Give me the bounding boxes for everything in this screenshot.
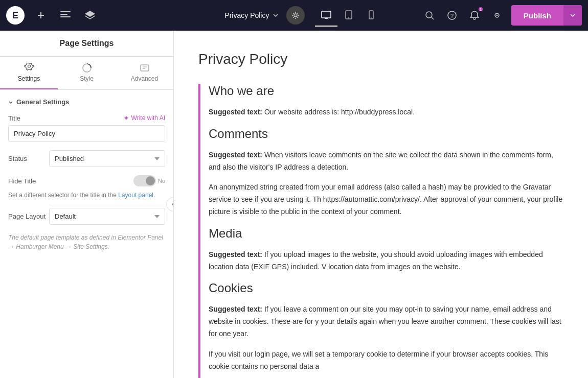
svg-point-10 [348, 17, 349, 18]
search-button[interactable] [421, 7, 438, 23]
svg-rect-21 [141, 65, 149, 71]
svg-rect-2 [60, 11, 71, 12]
svg-point-13 [426, 12, 432, 18]
section-paragraph-1-0: Suggested text: When visitors leave comm… [209, 149, 563, 174]
status-select[interactable]: Published Draft Private [49, 150, 165, 167]
ai-write-button[interactable]: ✦ Write with AI [123, 114, 165, 122]
hide-title-hint: Set a different selector for the title i… [8, 191, 165, 200]
svg-rect-3 [60, 14, 67, 15]
svg-line-14 [432, 17, 434, 19]
page-name-dropdown[interactable]: Privacy Policy [218, 7, 284, 23]
navigator-button[interactable] [57, 7, 74, 23]
panel-header: Page Settings [0, 31, 173, 57]
top-bar-center: Privacy Policy [180, 4, 421, 27]
svg-text:?: ? [450, 13, 454, 19]
page-settings-gear-button[interactable] [286, 6, 305, 25]
elementor-logo[interactable]: E [6, 6, 25, 25]
layout-hint-text: The default page template as defined in … [8, 233, 165, 251]
add-element-button[interactable] [33, 7, 49, 23]
section-heading-3: Cookies [209, 281, 563, 295]
section-heading-1: Comments [209, 127, 563, 141]
page-layout-label: Page Layout [8, 212, 49, 220]
status-label: Status [8, 155, 49, 162]
left-panel: Page Settings Settings Style Advanced Ge… [0, 31, 174, 378]
svg-rect-4 [60, 16, 71, 17]
notifications-button[interactable]: 1 [466, 7, 483, 23]
top-bar-right: ? 1 Publish [421, 5, 582, 26]
toggle-knob [146, 176, 155, 185]
section-paragraph-0-0: Suggested text: Our website address is: … [209, 106, 563, 119]
section-paragraph-3-0: Suggested text: If you leave a comment o… [209, 303, 563, 340]
publish-dropdown-button[interactable] [563, 5, 582, 26]
tablet-view-button[interactable] [337, 4, 360, 27]
view-buttons [315, 4, 382, 27]
mobile-view-button[interactable] [360, 4, 382, 27]
tab-settings[interactable]: Settings [0, 57, 58, 89]
section-heading-0: Who we are [209, 84, 563, 98]
layout-panel-link[interactable]: Layout panel [118, 192, 153, 199]
hide-title-label: Hide Title [8, 177, 49, 185]
top-bar-left: E [6, 6, 180, 25]
status-row: Status Published Draft Private [8, 150, 165, 167]
title-row: Title ✦ Write with AI [8, 114, 165, 122]
section-paragraph-1-1: An anonymized string created from your e… [209, 181, 563, 218]
panel-tabs: Settings Style Advanced [0, 57, 173, 90]
page-content-title: Privacy Policy [198, 51, 563, 67]
publish-button-group: Publish [511, 5, 582, 26]
toggle-state-label: No [158, 178, 165, 184]
title-label: Title [8, 114, 49, 122]
svg-point-19 [28, 65, 30, 67]
content-area: Privacy Policy Who we are Suggested text… [174, 31, 588, 378]
publish-button[interactable]: Publish [511, 6, 563, 25]
panel-body: General Settings Title ✦ Write with AI S… [0, 90, 173, 378]
page-layout-select[interactable]: Default Full Width Canvas [49, 208, 165, 225]
general-settings-label: General Settings [8, 98, 165, 106]
help-button[interactable]: ? [444, 7, 460, 23]
hide-title-toggle[interactable] [133, 175, 156, 186]
main-area: Page Settings Settings Style Advanced Ge… [0, 31, 588, 378]
top-bar: E Privacy Policy [0, 0, 588, 31]
preview-button[interactable] [489, 7, 505, 23]
svg-rect-6 [322, 11, 331, 18]
section-heading-2: Media [209, 226, 563, 241]
svg-point-5 [294, 14, 297, 17]
status-select-wrapper: Published Draft Private [49, 150, 165, 167]
section-paragraph-3-1: If you visit our login page, we will set… [209, 348, 563, 373]
page-layout-select-wrapper: Default Full Width Canvas [49, 208, 165, 225]
layers-button[interactable] [82, 7, 98, 23]
svg-point-12 [371, 17, 372, 18]
tab-style[interactable]: Style [58, 57, 116, 89]
page-layout-row: Page Layout Default Full Width Canvas [8, 208, 165, 225]
section-paragraph-2-0: Suggested text: If you upload images to … [209, 249, 563, 273]
tab-advanced[interactable]: Advanced [116, 57, 173, 89]
hide-title-row: Hide Title No [8, 175, 165, 186]
svg-point-18 [496, 15, 497, 16]
desktop-view-button[interactable] [315, 4, 337, 27]
title-input[interactable] [8, 125, 165, 142]
content-border-sections: Who we are Suggested text: Our website a… [198, 84, 563, 378]
